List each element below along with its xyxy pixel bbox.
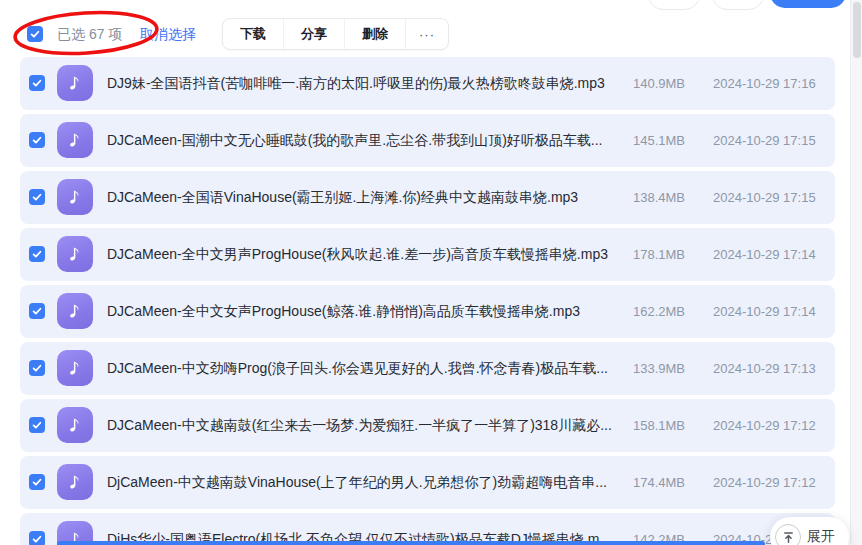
check-icon	[31, 362, 43, 374]
deselect-link[interactable]: 取消选择	[140, 18, 196, 50]
more-actions-button[interactable]: ···	[405, 19, 448, 49]
check-icon	[31, 248, 43, 260]
check-icon	[31, 77, 43, 89]
expand-label: 展开	[807, 528, 835, 545]
selection-toolbar: 已选 67 项 取消选择 下载 分享 删除 ···	[0, 18, 862, 50]
file-name: DJCaMeen-中文劲嗨Prog(浪子回头.你会遇见更好的人.我曾.怀念青春)…	[107, 342, 608, 395]
action-button-group: 下载 分享 删除 ···	[222, 18, 449, 50]
row-checkbox[interactable]	[29, 132, 45, 148]
file-list: DJ9妹-全国语抖音(苦咖啡唯一.南方的太阳.呼吸里的伤)最火热榜歌咚鼓串烧.m…	[0, 57, 862, 545]
music-note-icon	[57, 236, 93, 272]
file-date: 2024-10-29 17:16	[713, 57, 816, 110]
check-icon	[31, 476, 43, 488]
file-date: 2024-10-29 17:15	[713, 114, 816, 167]
file-row[interactable]: DJCaMeen-全中文男声ProgHouse(秋风吹起.谁.差一步)高音质车载…	[20, 228, 835, 281]
top-toolbar-button-1[interactable]	[648, 0, 700, 10]
top-primary-button[interactable]	[770, 0, 846, 8]
music-note-icon	[57, 293, 93, 329]
row-checkbox[interactable]	[29, 474, 45, 490]
scroll-to-top-icon	[775, 524, 801, 545]
file-date: 2024-10-29 17:14	[713, 285, 816, 338]
check-icon	[31, 419, 43, 431]
scrollbar[interactable]	[850, 0, 862, 545]
file-name: DJCaMeen-全中文男声ProgHouse(秋风吹起.谁.差一步)高音质车载…	[107, 228, 608, 281]
file-size: 162.2MB	[633, 285, 685, 338]
share-button[interactable]: 分享	[283, 19, 344, 49]
music-note-icon	[57, 350, 93, 386]
file-size: 138.4MB	[633, 171, 685, 224]
file-size: 174.4MB	[633, 456, 685, 509]
file-row[interactable]: DJCaMeen-中文越南鼓(红尘来去一场梦.为爱痴狂.一半疯了一半算了)318…	[20, 399, 835, 452]
file-date: 2024-10-29 17:13	[713, 342, 816, 395]
file-row[interactable]: DJCaMeen-全中文女声ProgHouse(鲸落.谁.静悄悄)高品质车载慢摇…	[20, 285, 835, 338]
select-all-checkbox[interactable]	[27, 26, 43, 42]
file-name: DJCaMeen-全中文女声ProgHouse(鲸落.谁.静悄悄)高品质车载慢摇…	[107, 285, 580, 338]
file-name: DJCaMeen-国潮中文无心睡眠鼓(我的歌声里.忘尘谷.带我到山顶)好听极品车…	[107, 114, 602, 167]
file-size: 145.1MB	[633, 114, 685, 167]
music-note-icon	[57, 179, 93, 215]
file-row[interactable]: DJCaMeen-全国语VinaHouse(霸王别姬.上海滩.你)经典中文越南鼓…	[20, 171, 835, 224]
file-name: DjCaMeen-中文越南鼓VinaHouse(上了年纪的男人.兄弟想你了)劲霸…	[107, 456, 607, 509]
check-icon	[31, 191, 43, 203]
music-note-icon	[57, 65, 93, 101]
file-name: DJCaMeen-中文越南鼓(红尘来去一场梦.为爱痴狂.一半疯了一半算了)318…	[107, 399, 612, 452]
music-note-icon	[57, 407, 93, 443]
check-icon	[31, 533, 43, 545]
download-button[interactable]: 下载	[223, 19, 283, 49]
file-manager-screen: 已选 67 项 取消选择 下载 分享 删除 ··· DJ9妹-全国语抖音(苦咖啡…	[0, 0, 862, 545]
top-toolbar-button-2[interactable]	[712, 0, 764, 10]
delete-button[interactable]: 删除	[344, 19, 405, 49]
file-name: DJ9妹-全国语抖音(苦咖啡唯一.南方的太阳.呼吸里的伤)最火热榜歌咚鼓串烧.m…	[107, 57, 605, 110]
file-row[interactable]: DjCaMeen-中文越南鼓VinaHouse(上了年纪的男人.兄弟想你了)劲霸…	[20, 456, 835, 509]
row-checkbox[interactable]	[29, 417, 45, 433]
file-date: 2024-10-29 17:12	[713, 399, 816, 452]
file-row[interactable]: DJCaMeen-中文劲嗨Prog(浪子回头.你会遇见更好的人.我曾.怀念青春)…	[20, 342, 835, 395]
check-icon	[29, 28, 41, 40]
selected-count-label: 已选 67 项	[57, 18, 122, 50]
scrollbar-thumb[interactable]	[853, 2, 861, 58]
file-date: 2024-10-29 17:12	[713, 456, 816, 509]
bottom-bar-edge	[57, 541, 765, 545]
file-size: 178.1MB	[633, 228, 685, 281]
expand-button[interactable]: 展开	[770, 517, 849, 545]
file-size: 140.9MB	[633, 57, 685, 110]
row-checkbox[interactable]	[29, 246, 45, 262]
file-size: 133.9MB	[633, 342, 685, 395]
check-icon	[31, 134, 43, 146]
row-checkbox[interactable]	[29, 360, 45, 376]
music-note-icon	[57, 122, 93, 158]
row-checkbox[interactable]	[29, 75, 45, 91]
file-size: 158.1MB	[633, 399, 685, 452]
row-checkbox[interactable]	[29, 189, 45, 205]
check-icon	[31, 305, 43, 317]
file-row[interactable]: DJCaMeen-国潮中文无心睡眠鼓(我的歌声里.忘尘谷.带我到山顶)好听极品车…	[20, 114, 835, 167]
music-note-icon	[57, 464, 93, 500]
file-date: 2024-10-29 17:15	[713, 171, 816, 224]
row-checkbox[interactable]	[29, 303, 45, 319]
file-date: 2024-10-29 17:14	[713, 228, 816, 281]
file-name: DJCaMeen-全国语VinaHouse(霸王别姬.上海滩.你)经典中文越南鼓…	[107, 171, 578, 224]
file-row[interactable]: DJ9妹-全国语抖音(苦咖啡唯一.南方的太阳.呼吸里的伤)最火热榜歌咚鼓串烧.m…	[20, 57, 835, 110]
row-checkbox[interactable]	[29, 531, 45, 545]
